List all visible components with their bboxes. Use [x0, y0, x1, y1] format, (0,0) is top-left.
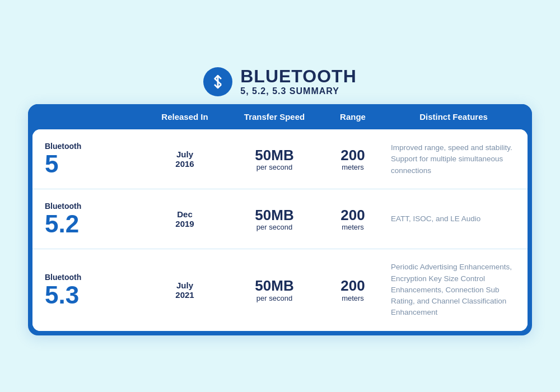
bluetooth-svg [209, 73, 226, 90]
speed-value-5: 50MB [230, 147, 319, 164]
features-cell-52: EATT, ISOC, and LE Audio [386, 213, 521, 225]
page-header: BLUETOOTH 5, 5.2, 5.3 SUMMARY [28, 57, 532, 104]
version-cell-53: Bluetooth 5.3 [39, 273, 140, 307]
table-header: Released In Transfer Speed Range Distinc… [28, 104, 532, 129]
col-header-version [39, 112, 140, 122]
version-label-52: Bluetooth [45, 202, 81, 211]
release-month-53: July [140, 281, 230, 290]
range-value-5: 200 [319, 147, 386, 164]
range-unit-52: meters [319, 223, 386, 231]
speed-unit-53: per second [230, 294, 319, 302]
range-value-53: 200 [319, 278, 386, 294]
speed-cell-53: 50MB per second [230, 278, 319, 302]
release-year-52: 2019 [140, 219, 230, 228]
table-row: Bluetooth 5.2 Dec 2019 50MB per second 2… [32, 189, 528, 249]
main-container: BLUETOOTH 5, 5.2, 5.3 SUMMARY Released I… [28, 57, 532, 335]
release-cell-52: Dec 2019 [140, 209, 230, 228]
data-table: Released In Transfer Speed Range Distinc… [28, 104, 532, 335]
table-row: Bluetooth 5.3 July 2021 50MB per second … [32, 249, 528, 330]
range-unit-5: meters [319, 163, 386, 171]
version-cell-5: Bluetooth 5 [39, 142, 140, 176]
table-body: Bluetooth 5 July 2016 50MB per second 20… [32, 129, 528, 330]
speed-cell-5: 50MB per second [230, 147, 319, 172]
version-number-5: 5 [45, 152, 58, 176]
col-header-speed: Transfer Speed [230, 112, 319, 122]
features-cell-5: Improved range, speed and stability. Sup… [386, 142, 521, 176]
speed-value-52: 50MB [230, 207, 319, 223]
col-header-features: Distinct Features [386, 112, 521, 122]
speed-cell-52: 50MB per second [230, 207, 319, 232]
speed-unit-52: per second [230, 223, 319, 231]
release-month-52: Dec [140, 209, 230, 219]
features-cell-53: Periodic Advertising Enhancements, Encry… [386, 262, 521, 318]
range-cell-52: 200 meters [319, 207, 386, 232]
version-cell-52: Bluetooth 5.2 [39, 202, 140, 236]
col-header-range: Range [319, 112, 386, 122]
speed-value-53: 50MB [230, 278, 319, 294]
release-year-5: 2016 [140, 159, 230, 169]
bluetooth-icon [203, 67, 232, 96]
speed-unit-5: per second [230, 163, 319, 171]
page-title: BLUETOOTH [240, 67, 357, 86]
col-header-released: Released In [140, 112, 230, 122]
release-year-53: 2021 [140, 290, 230, 300]
header-text-block: BLUETOOTH 5, 5.2, 5.3 SUMMARY [240, 67, 357, 96]
release-cell-5: July 2016 [140, 150, 230, 169]
table-row: Bluetooth 5 July 2016 50MB per second 20… [32, 129, 528, 189]
version-number-53: 5.3 [45, 283, 79, 307]
range-cell-53: 200 meters [319, 278, 386, 302]
range-unit-53: meters [319, 294, 386, 302]
release-cell-53: July 2021 [140, 281, 230, 300]
range-cell-5: 200 meters [319, 147, 386, 172]
release-month-5: July [140, 150, 230, 159]
version-label-53: Bluetooth [45, 273, 81, 282]
version-number-52: 5.2 [45, 212, 79, 236]
version-label-5: Bluetooth [45, 142, 81, 151]
range-value-52: 200 [319, 207, 386, 223]
page-subtitle: 5, 5.2, 5.3 SUMMARY [240, 86, 357, 96]
